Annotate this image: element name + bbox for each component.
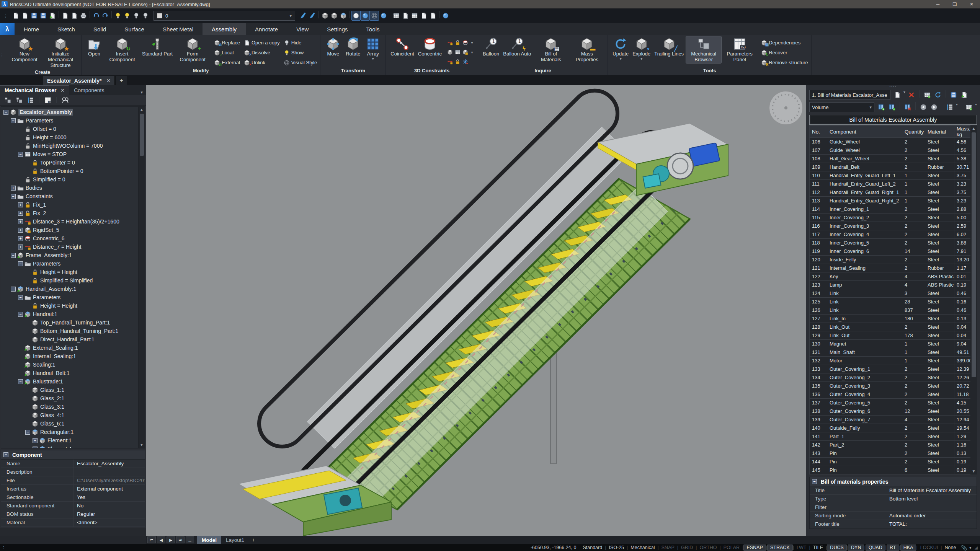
hide-button[interactable]: Hide	[284, 38, 317, 47]
redo-icon[interactable]	[101, 11, 110, 21]
collapse-icon[interactable]: −	[11, 287, 16, 292]
parameters-panel-button[interactable]: Parameters Panel	[722, 36, 757, 63]
property-value[interactable]: Bottom level	[886, 495, 977, 503]
property-value[interactable]: No	[74, 502, 145, 510]
collapse-icon[interactable]: −	[11, 253, 16, 258]
ribbon-tab-sheet-metal[interactable]: Sheet Metal	[154, 23, 203, 35]
help-icon[interactable]	[441, 11, 450, 21]
document-tab[interactable]: Escalator_Assembly* ✕	[43, 76, 115, 85]
bulb-gray-icon[interactable]	[141, 11, 150, 21]
bom-selector-dropdown[interactable]: 1. Bill of Materials Escalator_Asse	[809, 90, 890, 100]
search-icon[interactable]	[60, 95, 70, 105]
property-row[interactable]: FileC:\Users\ilyat\Desktop\BIC2019_	[1, 476, 145, 485]
bom-row[interactable]: 140Outside_Felly2Steel19.54	[810, 424, 977, 432]
tree-item[interactable]: External_Sealing:1	[1, 344, 138, 352]
mechanical-browser-button[interactable]: Mechanical Browser	[686, 36, 721, 63]
initialize-mechanical-structure-button[interactable]: ★Initialize Mechanical Structure	[43, 36, 78, 69]
tree-item[interactable]: +Fix_1	[1, 201, 138, 209]
expand-icon[interactable]: +	[18, 245, 23, 249]
tree-scrollbar[interactable]: ▲ ▼	[138, 107, 145, 448]
chevron-down-icon[interactable]: ▾	[471, 50, 473, 54]
tree-item[interactable]: −Parameters	[1, 259, 138, 268]
tree-item[interactable]: Simplified = Simplified	[1, 276, 138, 285]
property-row[interactable]: NameEscalator_Assembly	[1, 460, 145, 468]
explode-button[interactable]: ∘Explode▾	[631, 36, 652, 62]
property-row[interactable]: Insert asExternal component	[1, 485, 145, 493]
bom-row[interactable]: 133Outer_Covering_12Steel12.39	[810, 365, 977, 373]
tree-item[interactable]: Simplified = 0	[1, 175, 138, 184]
collapse-icon[interactable]: −	[25, 430, 30, 435]
bom-row[interactable]: 124Link3Steel0.46	[810, 289, 977, 298]
bom-column-header[interactable]: Component	[827, 126, 902, 138]
collapse-icon[interactable]: −	[11, 118, 16, 123]
layout-tab-layout1[interactable]: Layout1	[221, 536, 249, 544]
tree-item[interactable]: Internal_Sealing:1	[1, 352, 138, 360]
bom-mode-dropdown[interactable]: Volume ▾	[809, 102, 874, 112]
pen-green-icon[interactable]	[308, 11, 317, 21]
new-component-button[interactable]: ★New Component	[7, 36, 42, 63]
undo-icon[interactable]	[91, 11, 101, 21]
remove-structure-button[interactable]: ✖Remove structure	[761, 58, 808, 67]
insert-component-button[interactable]: ↻Insert Component	[105, 36, 140, 63]
form-component-button[interactable]: +Form Component	[175, 36, 210, 63]
tree-item[interactable]: −Rectangular:1	[1, 428, 138, 436]
bill-of-materials-button[interactable]: ▤Bill of Materials	[533, 36, 568, 63]
sort-az-icon[interactable]	[26, 95, 35, 105]
box-constraint-icon[interactable]	[447, 49, 454, 56]
property-value[interactable]	[886, 503, 977, 511]
property-value[interactable]: External component	[74, 485, 145, 493]
tree-item[interactable]: −Move = STOP	[1, 150, 138, 158]
sphere-wire-hl-icon[interactable]	[370, 11, 379, 21]
ribbon-tab-solid[interactable]: Solid	[84, 23, 115, 35]
new-document-tab-button[interactable]: +	[116, 76, 127, 85]
property-value[interactable]: Automatic order	[886, 512, 977, 520]
tree-item[interactable]: Glass_6:1	[1, 419, 138, 428]
pencil-doc-icon[interactable]	[401, 11, 410, 21]
dependencies-button[interactable]: ▤Dependencies	[761, 38, 808, 47]
bom-row[interactable]: 143Pin2Steel0.13	[810, 449, 977, 458]
disk-pencil-icon[interactable]	[39, 11, 48, 21]
close-icon[interactable]: ✕	[60, 87, 65, 93]
ribbon-tab-settings[interactable]: Settings	[318, 23, 357, 35]
status-toggle-strack[interactable]: STRACK	[767, 544, 793, 551]
coincident-button[interactable]: Coincident	[389, 36, 415, 57]
property-row[interactable]: TitleBill of Materials Escalator Assembl…	[810, 486, 977, 495]
bom-row[interactable]: 118Inner_Covering_52Steel3.88	[810, 239, 977, 247]
sort-rows-icon[interactable]	[945, 102, 954, 112]
status-toggle-esnap[interactable]: ESNAP	[743, 544, 766, 551]
lock-constraint-icon[interactable]	[454, 39, 461, 46]
tree-item[interactable]: +Fix_2	[1, 209, 138, 217]
gears-icon[interactable]	[43, 95, 52, 105]
bom-row[interactable]: 121Internal_Sealing2Rubber1.17	[810, 264, 977, 272]
layer-dropdown[interactable]: 0 ▾	[154, 11, 295, 21]
mass-properties-button[interactable]: ▬Mass Properties	[569, 36, 604, 63]
lock-constraint-icon[interactable]	[454, 59, 461, 65]
property-row[interactable]: Standard componentNo	[1, 502, 145, 510]
col-del-icon[interactable]	[903, 102, 912, 112]
bom-row[interactable]: 129Link_Out178Steel0.04	[810, 331, 977, 340]
close-icon[interactable]: ✕	[106, 78, 111, 84]
tree-folder-red-icon[interactable]	[15, 95, 24, 105]
layout-list-icon[interactable]: ☰	[186, 536, 194, 543]
gear-red-icon[interactable]	[410, 11, 419, 21]
tree-folder-icon[interactable]	[3, 95, 12, 105]
snow-constraint-icon[interactable]	[462, 59, 469, 65]
sphere-white-hl-icon[interactable]	[351, 11, 361, 21]
attachment-icon[interactable]: 📎	[959, 545, 969, 551]
table-blue-icon[interactable]	[392, 11, 401, 21]
collapse-icon[interactable]: −	[3, 452, 8, 457]
property-value[interactable]: Yes	[74, 493, 145, 501]
tree-item[interactable]: Height = 6000	[1, 133, 138, 142]
status-toggle-rt[interactable]: RT	[887, 544, 899, 551]
tree-item[interactable]: +Bodies	[1, 184, 138, 192]
bom-row[interactable]: 134Outer_Covering_22Steel12.26	[810, 373, 977, 382]
bom-row[interactable]: 136Outer_Covering_42Steel11.18	[810, 390, 977, 399]
restore-button[interactable]: ❏	[946, 0, 963, 8]
tree-item[interactable]: MinHeightWOColumn = 7000	[1, 142, 138, 150]
circ-left-icon[interactable]	[919, 102, 928, 112]
next-layout-icon[interactable]: ▶	[167, 536, 175, 543]
last-layout-icon[interactable]: ⏭	[176, 536, 185, 543]
property-value[interactable]: Bill of Materials Escalator Assembly	[886, 486, 977, 494]
prev-layout-icon[interactable]: ◀	[157, 536, 165, 543]
expand-icon[interactable]: +	[18, 219, 23, 224]
